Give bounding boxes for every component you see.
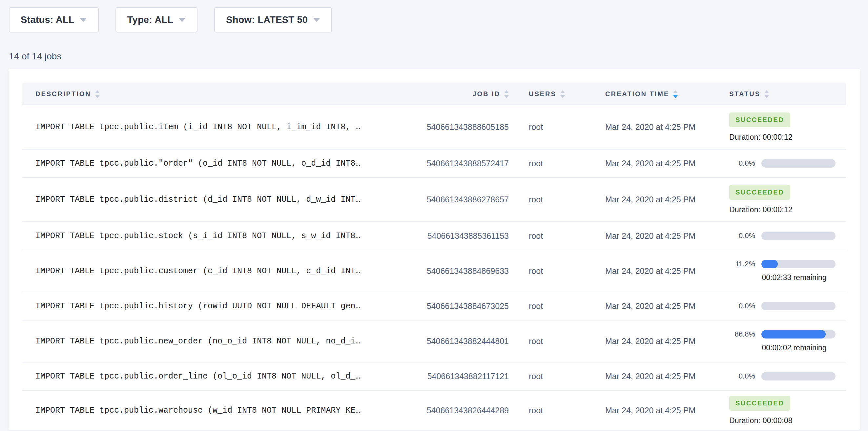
status-filter-dropdown[interactable]: Status: ALL [9, 7, 99, 32]
progress-bar [762, 260, 836, 268]
chevron-down-icon [179, 18, 186, 22]
table-row: IMPORT TABLE tpcc.public.item (i_id INT8… [22, 105, 846, 150]
table-row: IMPORT TABLE tpcc.public.stock (s_i_id I… [22, 222, 846, 250]
column-header-creation-time[interactable]: CREATION TIME [594, 90, 720, 98]
job-creation-time: Mar 24, 2020 at 4:25 PM [594, 159, 720, 168]
job-status-cell: SUCCEEDEDDuration: 00:00:12 [720, 113, 846, 142]
column-label-description: DESCRIPTION [35, 90, 91, 98]
status-stack: 86.8%00:00:02 remaining [729, 330, 846, 352]
status-stack: 0.0% [729, 372, 846, 380]
status-badge: SUCCEEDED [729, 113, 790, 127]
column-header-job-id[interactable]: JOB ID [399, 90, 509, 98]
job-id: 540661343884869633 [399, 266, 509, 276]
sort-icon [764, 90, 769, 98]
progress-line: 0.0% [729, 372, 846, 380]
sort-asc-arrow-icon [560, 90, 565, 93]
type-filter-label: Type: ALL [127, 14, 173, 25]
job-user: root [509, 159, 594, 168]
job-status-cell: 0.0% [720, 372, 846, 380]
job-user: root [509, 231, 594, 241]
job-id: 540661343888605185 [399, 122, 509, 132]
job-status-cell: SUCCEEDEDDuration: 00:00:12 [720, 185, 846, 214]
table-body: IMPORT TABLE tpcc.public.item (i_id INT8… [22, 105, 846, 430]
job-id: 540661343826444289 [399, 406, 509, 415]
job-description: IMPORT TABLE tpcc.public.order_line (ol_… [22, 372, 399, 381]
column-label-status: STATUS [729, 90, 761, 98]
table-row: IMPORT TABLE tpcc.public."order" (o_id I… [22, 150, 846, 178]
progress-line: 0.0% [729, 232, 846, 240]
job-status-cell: 86.8%00:00:02 remaining [720, 330, 846, 352]
progress-percent: 0.0% [729, 232, 755, 240]
progress-line: 11.2% [729, 260, 846, 268]
progress-time-remaining: 00:00:02 remaining [757, 343, 831, 352]
status-filter-label: Status: ALL [21, 14, 74, 25]
status-stack: 0.0% [729, 232, 846, 240]
sort-desc-arrow-icon [95, 95, 100, 98]
job-status-cell: 0.0% [720, 232, 846, 240]
status-duration: Duration: 00:00:08 [729, 416, 846, 425]
job-creation-time: Mar 24, 2020 at 4:25 PM [594, 372, 720, 381]
sort-desc-arrow-icon [673, 95, 678, 98]
sort-icon [673, 90, 678, 98]
status-stack: 11.2%00:02:33 remaining [729, 260, 846, 282]
jobs-count-summary: 14 of 14 jobs [9, 51, 868, 62]
sort-desc-arrow-icon [504, 95, 509, 98]
column-header-description[interactable]: DESCRIPTION [22, 90, 399, 98]
sort-desc-arrow-icon [560, 95, 565, 98]
job-user: root [509, 372, 594, 381]
sort-asc-arrow-icon [95, 90, 100, 93]
status-badge: SUCCEEDED [729, 185, 790, 200]
chevron-down-icon [80, 18, 87, 22]
job-user: root [509, 337, 594, 346]
progress-bar [762, 330, 836, 339]
progress-bar [762, 372, 836, 380]
job-description: IMPORT TABLE tpcc.public.new_order (no_o… [22, 337, 399, 346]
type-filter-dropdown[interactable]: Type: ALL [116, 7, 197, 32]
progress-bar-fill [762, 330, 826, 339]
table-row: IMPORT TABLE tpcc.public.customer (c_id … [22, 250, 846, 292]
job-status-cell: SUCCEEDEDDuration: 00:00:08 [720, 396, 846, 425]
table-row: IMPORT TABLE tpcc.public.warehouse (w_id… [22, 391, 846, 430]
column-header-users[interactable]: USERS [509, 90, 594, 98]
sort-icon [95, 90, 100, 98]
job-user: root [509, 122, 594, 132]
sort-icon [560, 90, 565, 98]
job-user: root [509, 195, 594, 204]
column-header-status[interactable]: STATUS [720, 90, 846, 98]
progress-line: 86.8% [729, 330, 846, 339]
column-label-users: USERS [529, 90, 556, 98]
job-creation-time: Mar 24, 2020 at 4:25 PM [594, 231, 720, 241]
progress-bar [762, 232, 836, 240]
job-id: 540661343882444801 [399, 337, 509, 346]
show-filter-dropdown[interactable]: Show: LATEST 50 [214, 7, 332, 32]
jobs-page: Status: ALL Type: ALL Show: LATEST 50 14… [0, 0, 868, 430]
status-stack: SUCCEEDEDDuration: 00:00:12 [729, 185, 846, 214]
progress-percent: 86.8% [729, 330, 755, 339]
sort-asc-arrow-icon [673, 90, 678, 93]
progress-line: 0.0% [729, 159, 846, 167]
progress-bar-fill [762, 260, 778, 268]
progress-percent: 11.2% [729, 260, 755, 268]
job-id: 540661343886278657 [399, 195, 509, 204]
progress-percent: 0.0% [729, 372, 755, 380]
progress-time-remaining: 00:02:33 remaining [757, 273, 831, 282]
job-creation-time: Mar 24, 2020 at 4:25 PM [594, 266, 720, 276]
job-description: IMPORT TABLE tpcc.public.district (d_id … [22, 195, 399, 204]
job-status-cell: 0.0% [720, 302, 846, 310]
job-creation-time: Mar 24, 2020 at 4:25 PM [594, 122, 720, 132]
show-filter-label: Show: LATEST 50 [226, 14, 308, 25]
column-label-job-id: JOB ID [472, 90, 500, 98]
table-row: IMPORT TABLE tpcc.public.district (d_id … [22, 178, 846, 222]
status-duration: Duration: 00:00:12 [729, 133, 846, 142]
progress-bar [762, 302, 836, 310]
progress-line: 0.0% [729, 302, 846, 310]
job-status-cell: 11.2%00:02:33 remaining [720, 260, 846, 282]
progress-percent: 0.0% [729, 159, 755, 167]
sort-desc-arrow-icon [764, 95, 769, 98]
column-label-creation-time: CREATION TIME [605, 90, 669, 98]
job-id: 540661343884673025 [399, 302, 509, 311]
status-stack: 0.0% [729, 159, 846, 167]
job-id: 540661343885361153 [399, 231, 509, 241]
job-creation-time: Mar 24, 2020 at 4:25 PM [594, 195, 720, 204]
job-creation-time: Mar 24, 2020 at 4:25 PM [594, 406, 720, 415]
